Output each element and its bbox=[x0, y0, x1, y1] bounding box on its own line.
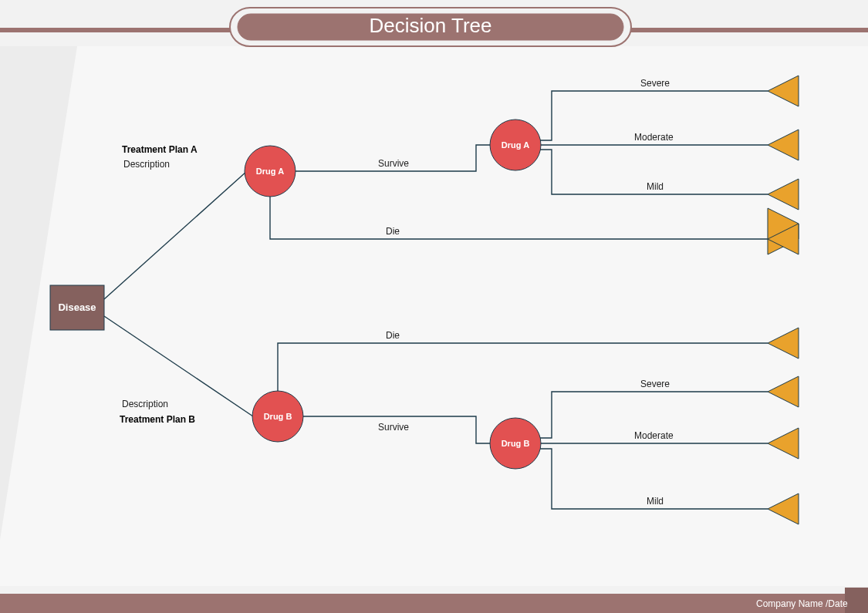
drugB-first-node: Drug B bbox=[252, 391, 303, 442]
drugB-first-label: Drug B bbox=[264, 412, 292, 421]
planB-severe-label: Severe bbox=[640, 379, 670, 389]
planB-moderate-label: Moderate bbox=[634, 430, 674, 441]
footer-accent bbox=[845, 588, 868, 613]
drugA-first-node: Drug A bbox=[245, 146, 296, 197]
drugB-second-node: Drug B bbox=[490, 418, 541, 469]
disease-label: Disease bbox=[58, 301, 96, 313]
planA-mild-label: Mild bbox=[647, 181, 664, 192]
planB-mild-label: Mild bbox=[647, 496, 664, 507]
drugA-second-node: Drug A bbox=[490, 120, 541, 170]
planB-survive-label: Survive bbox=[378, 422, 409, 433]
planA-survive-label: Survive bbox=[378, 158, 409, 169]
drugB-second-label: Drug B bbox=[502, 439, 530, 448]
planB-title: Treatment Plan B bbox=[120, 414, 195, 425]
drugA-second-label: Drug A bbox=[502, 140, 529, 150]
planB-die-label: Die bbox=[386, 330, 400, 341]
planA-die-label: Die bbox=[386, 226, 400, 237]
footer-text: Company Name /Date bbox=[756, 598, 848, 609]
disease-node: Disease bbox=[50, 285, 104, 330]
planA-moderate-label: Moderate bbox=[634, 132, 674, 143]
planA-severe-label: Severe bbox=[640, 78, 670, 89]
drugA-first-label: Drug A bbox=[256, 167, 284, 176]
planA-title: Treatment Plan A bbox=[122, 144, 198, 155]
footer-bar bbox=[0, 594, 868, 613]
title-pill: Decision Tree bbox=[230, 8, 631, 46]
planB-desc: Description bbox=[122, 399, 168, 409]
diagram-canvas: Decision Tree Disease Treatment Plan A D… bbox=[0, 0, 868, 613]
bg-diagonal bbox=[0, 46, 868, 586]
title-text: Decision Tree bbox=[370, 14, 492, 37]
planA-desc: Description bbox=[123, 159, 170, 170]
